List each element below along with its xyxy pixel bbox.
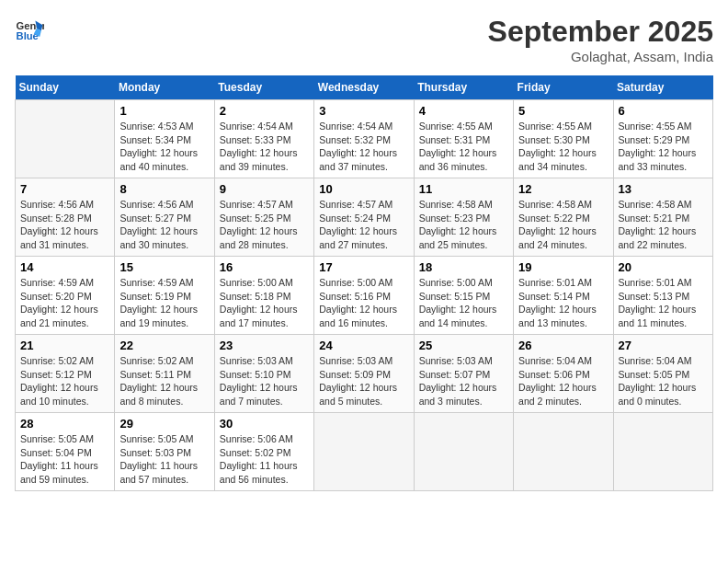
day-number: 27	[619, 339, 708, 352]
day-info: Sunrise: 4:58 AMSunset: 5:22 PMDaylight:…	[518, 198, 608, 252]
day-info: Sunrise: 5:02 AMSunset: 5:12 PMDaylight:…	[20, 354, 109, 408]
day-number: 16	[220, 260, 309, 274]
calendar-week-2: 7Sunrise: 4:56 AMSunset: 5:28 PMDaylight…	[16, 178, 713, 257]
day-info: Sunrise: 5:00 AMSunset: 5:18 PMDaylight:…	[220, 276, 309, 330]
page-header: General Blue September 2025 Golaghat, As…	[15, 15, 713, 64]
day-info: Sunrise: 4:58 AMSunset: 5:23 PMDaylight:…	[419, 198, 508, 252]
day-number: 23	[220, 339, 309, 352]
day-info: Sunrise: 5:04 AMSunset: 5:06 PMDaylight:…	[518, 354, 608, 408]
calendar-cell: 18Sunrise: 5:00 AMSunset: 5:15 PMDayligh…	[414, 257, 513, 335]
day-info: Sunrise: 5:02 AMSunset: 5:11 PMDaylight:…	[119, 354, 209, 408]
day-info: Sunrise: 5:03 AMSunset: 5:10 PMDaylight:…	[220, 354, 309, 408]
calendar-cell: 3Sunrise: 4:54 AMSunset: 5:32 PMDaylight…	[314, 100, 414, 178]
day-number: 17	[319, 260, 408, 274]
day-header-monday: Monday	[115, 75, 214, 100]
day-info: Sunrise: 5:01 AMSunset: 5:13 PMDaylight:…	[619, 276, 708, 330]
day-info: Sunrise: 5:03 AMSunset: 5:07 PMDaylight:…	[419, 354, 508, 408]
day-header-friday: Friday	[514, 75, 613, 100]
day-number: 1	[119, 104, 209, 118]
calendar-cell: 25Sunrise: 5:03 AMSunset: 5:07 PMDayligh…	[414, 335, 513, 413]
logo-icon: General Blue	[15, 15, 44, 44]
day-info: Sunrise: 4:53 AMSunset: 5:34 PMDaylight:…	[119, 120, 209, 174]
day-number: 7	[20, 182, 109, 196]
calendar-cell: 24Sunrise: 5:03 AMSunset: 5:09 PMDayligh…	[314, 335, 414, 413]
calendar-header-row: SundayMondayTuesdayWednesdayThursdayFrid…	[16, 75, 713, 100]
calendar-cell: 20Sunrise: 5:01 AMSunset: 5:13 PMDayligh…	[613, 257, 712, 335]
calendar-cell: 5Sunrise: 4:55 AMSunset: 5:30 PMDaylight…	[514, 100, 613, 178]
day-header-sunday: Sunday	[16, 75, 115, 100]
day-header-thursday: Thursday	[414, 75, 513, 100]
day-number: 19	[518, 260, 608, 274]
day-header-tuesday: Tuesday	[214, 75, 313, 100]
day-number: 25	[419, 339, 508, 352]
calendar-cell: 1Sunrise: 4:53 AMSunset: 5:34 PMDaylight…	[115, 100, 214, 178]
day-number: 9	[220, 182, 309, 196]
calendar-week-3: 14Sunrise: 4:59 AMSunset: 5:20 PMDayligh…	[16, 257, 713, 335]
day-info: Sunrise: 4:54 AMSunset: 5:32 PMDaylight:…	[319, 120, 408, 174]
day-number: 24	[319, 339, 408, 352]
calendar-cell	[514, 413, 613, 491]
day-info: Sunrise: 4:55 AMSunset: 5:30 PMDaylight:…	[518, 120, 608, 174]
calendar-cell: 4Sunrise: 4:55 AMSunset: 5:31 PMDaylight…	[414, 100, 513, 178]
day-info: Sunrise: 5:03 AMSunset: 5:09 PMDaylight:…	[319, 354, 408, 408]
day-info: Sunrise: 4:56 AMSunset: 5:28 PMDaylight:…	[20, 198, 109, 252]
day-info: Sunrise: 5:05 AMSunset: 5:03 PMDaylight:…	[119, 432, 209, 487]
day-info: Sunrise: 5:01 AMSunset: 5:14 PMDaylight:…	[518, 276, 608, 330]
day-info: Sunrise: 4:59 AMSunset: 5:19 PMDaylight:…	[119, 276, 209, 330]
calendar-cell: 28Sunrise: 5:05 AMSunset: 5:04 PMDayligh…	[16, 413, 115, 491]
calendar-cell: 14Sunrise: 4:59 AMSunset: 5:20 PMDayligh…	[16, 257, 115, 335]
day-info: Sunrise: 5:05 AMSunset: 5:04 PMDaylight:…	[20, 432, 109, 487]
day-number: 30	[220, 417, 309, 431]
day-info: Sunrise: 4:58 AMSunset: 5:21 PMDaylight:…	[619, 198, 708, 252]
calendar-cell: 7Sunrise: 4:56 AMSunset: 5:28 PMDaylight…	[16, 178, 115, 257]
calendar-cell: 2Sunrise: 4:54 AMSunset: 5:33 PMDaylight…	[214, 100, 313, 178]
day-number: 29	[119, 417, 209, 431]
day-number: 28	[20, 417, 109, 431]
calendar-cell: 29Sunrise: 5:05 AMSunset: 5:03 PMDayligh…	[115, 413, 214, 491]
calendar-cell	[16, 100, 115, 178]
month-title: September 2025	[488, 15, 713, 49]
calendar-cell: 11Sunrise: 4:58 AMSunset: 5:23 PMDayligh…	[414, 178, 513, 257]
day-info: Sunrise: 4:59 AMSunset: 5:20 PMDaylight:…	[20, 276, 109, 330]
calendar-cell: 12Sunrise: 4:58 AMSunset: 5:22 PMDayligh…	[514, 178, 613, 257]
calendar-cell: 17Sunrise: 5:00 AMSunset: 5:16 PMDayligh…	[314, 257, 414, 335]
calendar-cell	[613, 413, 712, 491]
calendar-cell: 19Sunrise: 5:01 AMSunset: 5:14 PMDayligh…	[514, 257, 613, 335]
calendar-cell: 15Sunrise: 4:59 AMSunset: 5:19 PMDayligh…	[115, 257, 214, 335]
logo: General Blue	[15, 15, 44, 44]
calendar-cell: 21Sunrise: 5:02 AMSunset: 5:12 PMDayligh…	[16, 335, 115, 413]
day-info: Sunrise: 4:54 AMSunset: 5:33 PMDaylight:…	[220, 120, 309, 174]
calendar-cell: 6Sunrise: 4:55 AMSunset: 5:29 PMDaylight…	[613, 100, 712, 178]
calendar-table: SundayMondayTuesdayWednesdayThursdayFrid…	[15, 75, 713, 491]
calendar-cell	[414, 413, 513, 491]
day-info: Sunrise: 4:55 AMSunset: 5:31 PMDaylight:…	[419, 120, 508, 174]
calendar-cell: 23Sunrise: 5:03 AMSunset: 5:10 PMDayligh…	[214, 335, 313, 413]
calendar-cell: 30Sunrise: 5:06 AMSunset: 5:02 PMDayligh…	[214, 413, 313, 491]
day-number: 13	[619, 182, 708, 196]
day-number: 5	[518, 104, 608, 118]
day-number: 21	[20, 339, 109, 352]
calendar-cell: 22Sunrise: 5:02 AMSunset: 5:11 PMDayligh…	[115, 335, 214, 413]
day-number: 3	[319, 104, 408, 118]
day-number: 26	[518, 339, 608, 352]
day-info: Sunrise: 4:57 AMSunset: 5:25 PMDaylight:…	[220, 198, 309, 252]
title-block: September 2025 Golaghat, Assam, India	[488, 15, 713, 64]
day-info: Sunrise: 5:06 AMSunset: 5:02 PMDaylight:…	[220, 432, 309, 487]
calendar-cell: 10Sunrise: 4:57 AMSunset: 5:24 PMDayligh…	[314, 178, 414, 257]
calendar-cell: 8Sunrise: 4:56 AMSunset: 5:27 PMDaylight…	[115, 178, 214, 257]
location-subtitle: Golaghat, Assam, India	[488, 49, 713, 64]
day-number: 14	[20, 260, 109, 274]
calendar-cell: 13Sunrise: 4:58 AMSunset: 5:21 PMDayligh…	[613, 178, 712, 257]
day-number: 15	[119, 260, 209, 274]
calendar-cell	[314, 413, 414, 491]
day-number: 20	[619, 260, 708, 274]
day-number: 4	[419, 104, 508, 118]
day-number: 6	[619, 104, 708, 118]
calendar-cell: 16Sunrise: 5:00 AMSunset: 5:18 PMDayligh…	[214, 257, 313, 335]
day-info: Sunrise: 5:00 AMSunset: 5:16 PMDaylight:…	[319, 276, 408, 330]
day-number: 10	[319, 182, 408, 196]
day-number: 2	[220, 104, 309, 118]
day-header-saturday: Saturday	[613, 75, 712, 100]
day-number: 8	[119, 182, 209, 196]
calendar-week-5: 28Sunrise: 5:05 AMSunset: 5:04 PMDayligh…	[16, 413, 713, 491]
